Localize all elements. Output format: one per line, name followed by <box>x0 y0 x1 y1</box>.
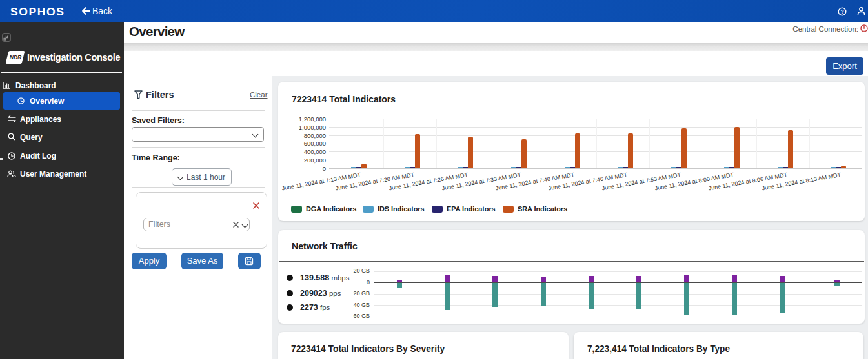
svg-text:?: ? <box>840 8 843 15</box>
